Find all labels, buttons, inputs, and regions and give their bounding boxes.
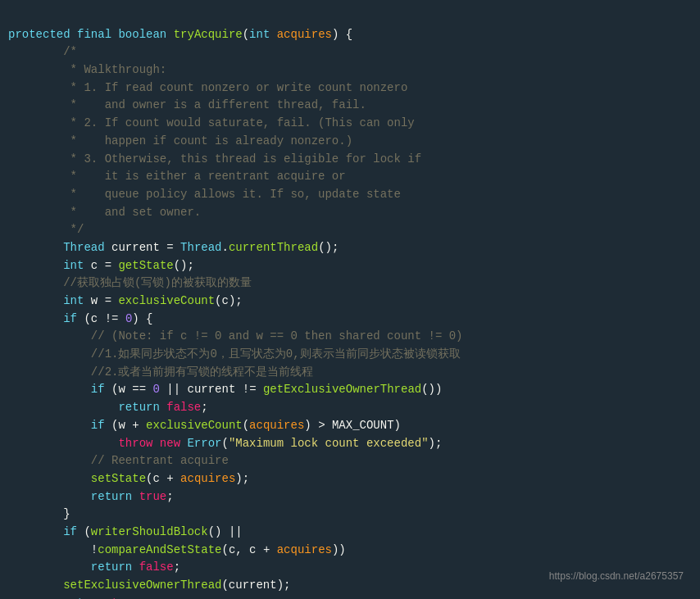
comment-reentrant: // Reentrant acquire (91, 454, 229, 467)
watermark: https://blog.csdn.net/a2675357 (549, 569, 684, 584)
class-Thread: Thread (63, 241, 104, 254)
comment-8: * it is either a reentrant acquire or (63, 170, 345, 183)
comment-1: /* (63, 45, 77, 58)
keyword-int: int (249, 28, 270, 41)
comment-7: * 3. Otherwise, this thread is eligible … (63, 152, 421, 166)
comment-10: * and set owner. (63, 206, 201, 219)
keyword-protected: protected (8, 28, 70, 41)
comment-2: * Walkthrough: (63, 63, 166, 76)
param-acquires: acquires (277, 28, 332, 41)
comment-cn-3: //2.或者当前拥有写锁的线程不是当前线程 (91, 365, 314, 379)
comment-cn-1: //获取独占锁(写锁)的被获取的数量 (63, 276, 252, 289)
comment-cn-2: //1.如果同步状态不为0，且写状态为0,则表示当前同步状态被读锁获取 (91, 347, 461, 361)
code-block: protected final boolean tryAcquire(int a… (0, 0, 700, 599)
keyword-boolean: boolean (118, 28, 166, 41)
comment-5: * 2. If count would saturate, fail. (Thi… (63, 116, 414, 129)
comment-9: * queue policy allows it. If so, update … (63, 188, 401, 201)
method-tryAcquire: tryAcquire (174, 28, 243, 41)
keyword-final: final (77, 28, 111, 41)
comment-11: */ (63, 223, 84, 236)
comment-6: * happen if count is already nonzero.) (63, 134, 352, 147)
comment-4: * and owner is a different thread, fail. (63, 98, 366, 111)
comment-3: * 1. If read count nonzero or write coun… (63, 81, 407, 94)
comment-note: // (Note: if c != 0 and w == 0 then shar… (91, 329, 463, 343)
